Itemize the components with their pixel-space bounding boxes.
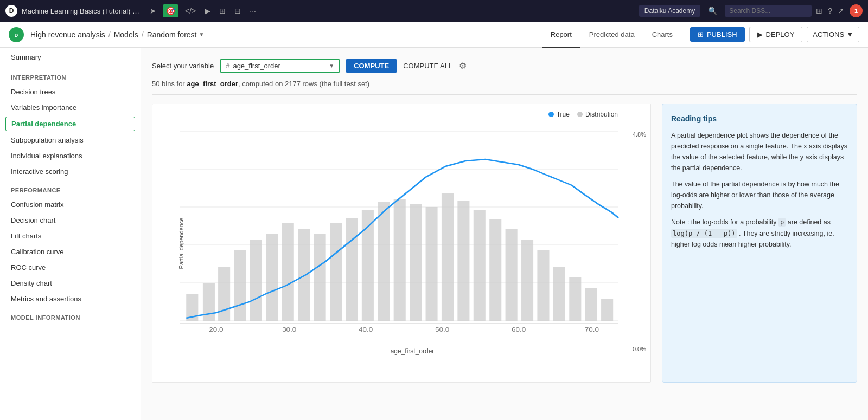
apps-icon[interactable]: ⊞ <box>816 7 822 15</box>
tab-report[interactable]: Report <box>542 22 580 48</box>
svg-rect-42 <box>601 299 613 321</box>
svg-rect-18 <box>218 267 230 321</box>
avatar[interactable]: 1 <box>850 4 863 17</box>
content-area: Select your variable # age_first_order ▼… <box>141 48 868 420</box>
publish-label: PUBLISH <box>707 30 737 38</box>
svg-rect-37 <box>521 240 533 321</box>
svg-text:20.0: 20.0 <box>209 326 223 333</box>
search-input[interactable] <box>725 5 812 17</box>
svg-rect-25 <box>330 223 342 321</box>
svg-rect-24 <box>314 234 326 321</box>
svg-text:50.0: 50.0 <box>435 326 449 333</box>
sidebar-item-summary[interactable]: Summary <box>0 48 141 67</box>
legend-true-label: True <box>557 111 570 118</box>
academy-label[interactable]: Dataiku Academy <box>639 5 700 17</box>
svg-rect-41 <box>585 288 597 321</box>
sidebar-item-subpopulation-analysis[interactable]: Subpopulation analysis <box>0 132 141 148</box>
sidebar-item-metrics-assertions[interactable]: Metrics and assertions <box>0 291 141 307</box>
svg-rect-23 <box>298 229 310 321</box>
more-icon[interactable]: ··· <box>247 5 258 16</box>
sidebar-item-individual-explanations[interactable]: Individual explanations <box>0 148 141 164</box>
dataiku-logo: D <box>5 5 17 17</box>
svg-rect-31 <box>426 207 438 321</box>
svg-rect-34 <box>474 210 486 321</box>
sidebar-item-roc-curve[interactable]: ROC curve <box>0 260 141 275</box>
reading-tips-panel: Reading tips A partial dependence plot s… <box>662 104 857 383</box>
sidebar-header-interpretation: INTERPRETATION <box>0 67 141 84</box>
forward-icon[interactable]: ➤ <box>148 5 158 16</box>
sidebar-item-density-chart[interactable]: Density chart <box>0 275 141 291</box>
var-name: age_first_order <box>187 80 238 88</box>
sidebar-item-confusion-matrix[interactable]: Confusion matrix <box>0 197 141 212</box>
breadcrumb-sep2: / <box>142 30 144 39</box>
breadcrumb-model[interactable]: Random forest ▼ <box>147 30 205 39</box>
help-icon[interactable]: ? <box>828 7 832 15</box>
svg-rect-26 <box>346 218 358 321</box>
variable-selector[interactable]: # age_first_order ▼ <box>220 59 340 73</box>
svg-rect-40 <box>569 277 581 321</box>
main-layout: Summary INTERPRETATION Decision trees Va… <box>0 48 868 420</box>
search-icon: 🔍 <box>708 7 717 15</box>
chart-pct-high: 4.8% <box>633 131 646 138</box>
breadcrumb: High revenue analysis / Models / Random … <box>30 30 204 39</box>
settings-icon[interactable]: ⚙ <box>459 61 467 71</box>
sidebar-item-partial-dependence[interactable]: Partial dependence <box>5 117 135 131</box>
topbar: D Machine Learning Basics (Tutorial) for… <box>0 0 868 22</box>
reading-tips-p3-prefix: Note : the log-odds for a probability <box>671 218 777 226</box>
sidebar-item-interactive-scoring[interactable]: Interactive scoring <box>0 164 141 179</box>
sidebar-header-performance: PERFORMANCE <box>0 179 141 197</box>
sidebar-item-lift-charts[interactable]: Lift charts <box>0 228 141 244</box>
breadcrumb-models[interactable]: Models <box>114 30 138 39</box>
svg-rect-35 <box>489 219 501 321</box>
breadcrumb-project[interactable]: High revenue analysis <box>30 30 105 39</box>
row-count: 2177 <box>285 80 301 88</box>
legend-dot-dist <box>577 112 583 117</box>
svg-text:70.0: 70.0 <box>585 326 599 333</box>
publish-button[interactable]: ⊞ PUBLISH <box>690 27 745 42</box>
layers-icon[interactable]: ⊞ <box>217 5 228 16</box>
sidebar-item-variables-importance[interactable]: Variables importance <box>0 100 141 115</box>
secondnav: D High revenue analysis / Models / Rando… <box>0 22 868 48</box>
legend-dot-true <box>548 112 554 117</box>
svg-rect-28 <box>378 202 390 321</box>
actions-label: ACTIONS <box>813 30 844 38</box>
svg-text:30.0: 30.0 <box>282 326 296 333</box>
variable-label: Select your variable <box>152 62 214 70</box>
sidebar-header-model-info: MODEL INFORMATION <box>0 307 141 324</box>
chart-area: True Distribution 4.8% 0.0% Partial depe… <box>152 104 857 383</box>
tab-predicted-data[interactable]: Predicted data <box>580 22 643 48</box>
code-icon[interactable]: </> <box>183 5 198 16</box>
play-icon[interactable]: ▶ <box>202 5 213 16</box>
notifications-icon[interactable]: ↗ <box>838 7 844 15</box>
actions-button[interactable]: ACTIONS ▼ <box>807 27 859 42</box>
tab-charts[interactable]: Charts <box>643 22 681 48</box>
reading-tips-p2: The value of the partial dependence is b… <box>671 179 848 211</box>
row-suffix: (the full test set) <box>320 80 369 88</box>
svg-rect-38 <box>537 250 549 321</box>
reading-tips-title: Reading tips <box>671 113 848 125</box>
chart-legend: True Distribution <box>548 111 618 118</box>
project-title: Machine Learning Basics (Tutorial) for D… <box>22 7 141 15</box>
hash-icon: # <box>226 62 229 70</box>
sidebar-item-decision-trees[interactable]: Decision trees <box>0 84 141 100</box>
reading-tips-code: log(p / (1 - p)) <box>671 229 737 238</box>
chevron-down-icon: ▼ <box>846 30 853 38</box>
chart-container: True Distribution 4.8% 0.0% Partial depe… <box>152 104 651 383</box>
crop-icon[interactable]: ⊟ <box>232 5 243 16</box>
svg-rect-36 <box>506 229 518 321</box>
sidebar-item-calibration-curve[interactable]: Calibration curve <box>0 244 141 260</box>
sidebar: Summary INTERPRETATION Decision trees Va… <box>0 48 141 420</box>
publish-icon: ⊞ <box>698 30 704 38</box>
compute-button[interactable]: COMPUTE <box>346 59 397 73</box>
svg-rect-39 <box>553 267 565 321</box>
deploy-button[interactable]: ▶ DEPLOY <box>749 27 803 42</box>
reading-tips-p1: A partial dependence plot shows the depe… <box>671 130 848 173</box>
svg-rect-21 <box>266 234 278 321</box>
topbar-right-icons: ⊞ ? ↗ 1 <box>816 4 863 17</box>
breadcrumb-sep1: / <box>108 30 111 39</box>
chevron-down-icon: ▼ <box>199 31 205 37</box>
deploy-label: DEPLOY <box>766 30 795 38</box>
compute-all-button[interactable]: COMPUTE ALL <box>403 62 452 70</box>
target-icon[interactable]: 🎯 <box>163 4 178 17</box>
sidebar-item-decision-chart[interactable]: Decision chart <box>0 212 141 228</box>
